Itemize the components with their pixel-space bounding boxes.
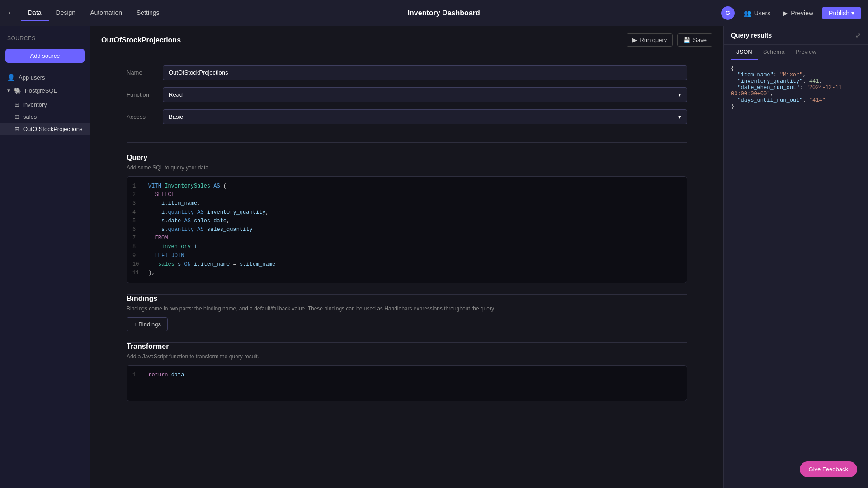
run-query-button[interactable]: ▶ Run query: [627, 33, 673, 47]
sources-header: Sources: [0, 32, 90, 45]
back-button[interactable]: ←: [7, 8, 15, 18]
sidebar-item-label: inventory: [23, 101, 47, 108]
chevron-down-icon: ▾: [7, 87, 10, 94]
query-name-title: OutOfStockProjections: [101, 36, 181, 44]
sidebar-item-sales[interactable]: ⊞ sales: [0, 111, 90, 123]
play-icon: ▶: [632, 37, 637, 43]
results-header: Query results ⤢: [724, 26, 868, 45]
main-layout: Sources Add source 👤 App users ▾ 🐘 Postg…: [0, 26, 868, 488]
preview-icon: ▶: [783, 9, 788, 17]
sidebar-item-label: PostgreSQL: [25, 87, 57, 94]
users-icon: 👤: [7, 74, 15, 81]
header-actions: ▶ Run query 💾 Save: [627, 33, 712, 47]
chevron-down-icon: ▾: [678, 91, 681, 98]
bindings-desc: Bindings come in two parts: the binding …: [127, 305, 687, 312]
publish-button[interactable]: Publish ▾: [822, 7, 861, 19]
postgresql-icon: 🐘: [14, 87, 21, 94]
preview-button[interactable]: ▶ Preview: [779, 8, 817, 19]
tab-settings[interactable]: Settings: [129, 5, 167, 21]
transformer-editor[interactable]: 1 return data: [127, 365, 687, 401]
results-tab-preview[interactable]: Preview: [790, 45, 821, 60]
give-feedback-button[interactable]: Give Feedback: [800, 461, 857, 477]
topbar-tabs: Data Design Automation Settings: [21, 5, 167, 21]
query-icon: ⊞: [14, 126, 19, 132]
name-label: Name: [127, 69, 163, 76]
main-content: OutOfStockProjections ▶ Run query 💾 Save…: [90, 26, 723, 488]
page-title: Inventory Dashboard: [167, 9, 721, 17]
access-select[interactable]: Basic ▾: [163, 109, 687, 124]
results-panel-title: Query results: [731, 32, 772, 39]
tab-data[interactable]: Data: [21, 5, 49, 21]
access-row: Access Basic ▾: [127, 109, 687, 124]
query-results-panel: Query results ⤢ JSON Schema Preview { "i…: [723, 26, 868, 488]
sidebar-postgresql-group: ⊞ inventory ⊞ sales ⊞ OutOfStockProjecti…: [0, 97, 90, 137]
sql-editor[interactable]: 1 WITH InventorySales AS ( 2 SELECT 3 i.…: [127, 176, 687, 283]
bindings-title: Bindings: [127, 295, 687, 303]
tab-automation[interactable]: Automation: [83, 5, 129, 21]
sidebar-item-label: sales: [23, 113, 37, 120]
name-row: Name: [127, 65, 687, 80]
query-section-title: Query: [127, 154, 687, 162]
save-icon: 💾: [683, 37, 690, 43]
table-icon: ⊞: [14, 113, 19, 120]
table-icon: ⊞: [14, 101, 19, 108]
chevron-down-icon: ▾: [851, 9, 854, 17]
save-button[interactable]: 💾 Save: [677, 33, 712, 47]
form-section: Name Function Read ▾ Access Basic ▾: [90, 54, 723, 142]
name-input[interactable]: [163, 65, 687, 80]
main-header: OutOfStockProjections ▶ Run query 💾 Save: [90, 26, 723, 54]
topbar-right: G 👥 Users ▶ Preview Publish ▾: [721, 6, 861, 20]
transformer-title: Transformer: [127, 343, 687, 351]
add-bindings-button[interactable]: + Bindings: [127, 317, 168, 331]
chevron-down-icon: ▾: [678, 113, 681, 120]
results-tabs: JSON Schema Preview: [724, 45, 868, 60]
sidebar-item-postgresql[interactable]: ▾ 🐘 PostgreSQL: [0, 84, 90, 97]
expand-icon[interactable]: ⤢: [855, 32, 861, 39]
function-label: Function: [127, 91, 163, 98]
results-tab-schema[interactable]: Schema: [758, 45, 790, 60]
results-json-content: { "item_name": "Mixer", "inventory_quant…: [724, 60, 868, 488]
sidebar-item-label: App users: [19, 74, 45, 81]
sidebar-item-app-users[interactable]: 👤 App users: [0, 70, 90, 84]
users-icon: 👥: [744, 9, 751, 17]
sidebar-item-label: OutOfStockProjections: [23, 126, 83, 132]
query-section: Query Add some SQL to query your data 1 …: [90, 143, 723, 294]
add-source-button[interactable]: Add source: [5, 49, 85, 63]
sidebar: Sources Add source 👤 App users ▾ 🐘 Postg…: [0, 26, 90, 488]
transformer-section: Transformer Add a JavaScript function to…: [90, 343, 723, 412]
transformer-desc: Add a JavaScript function to transform t…: [127, 353, 687, 360]
users-button[interactable]: 👥 Users: [740, 8, 774, 19]
topbar: ← Data Design Automation Settings Invent…: [0, 0, 868, 26]
results-tab-json[interactable]: JSON: [731, 45, 758, 60]
function-row: Function Read ▾: [127, 87, 687, 102]
function-select[interactable]: Read ▾: [163, 87, 687, 102]
bindings-section: Bindings Bindings come in two parts: the…: [90, 295, 723, 342]
tab-design[interactable]: Design: [49, 5, 83, 21]
query-section-desc: Add some SQL to query your data: [127, 164, 687, 171]
sidebar-item-out-of-stock-projections[interactable]: ⊞ OutOfStockProjections: [0, 123, 90, 135]
access-label: Access: [127, 113, 163, 120]
avatar: G: [721, 6, 735, 20]
sidebar-item-inventory[interactable]: ⊞ inventory: [0, 99, 90, 111]
